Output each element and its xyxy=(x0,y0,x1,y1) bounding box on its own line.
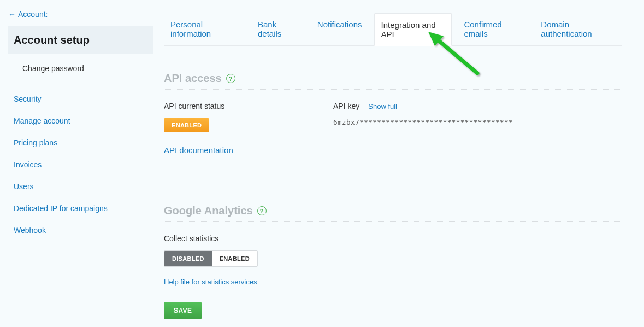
save-button[interactable]: SAVE xyxy=(164,302,202,319)
sidebar-label: Account setup xyxy=(14,34,90,46)
sidebar-label: Security xyxy=(14,95,42,103)
help-icon[interactable]: ? xyxy=(257,206,267,215)
sidebar-label: Manage account xyxy=(14,116,70,125)
sidebar-item-account-setup[interactable]: Account setup xyxy=(8,26,153,54)
api-key-value: 6mzbx7**********************************… xyxy=(333,118,622,126)
sidebar-item-manage-account[interactable]: Manage account xyxy=(8,110,153,132)
google-analytics-section: Google Analytics ? Collect statistics DI… xyxy=(164,205,622,319)
sidebar-label: Dedicated IP for campaigns xyxy=(14,204,108,213)
sidebar-label: Users xyxy=(14,182,34,191)
sidebar-label: Pricing plans xyxy=(14,138,57,147)
api-status-label: API current status xyxy=(164,102,333,110)
toggle-enabled-button[interactable]: ENABLED xyxy=(212,251,257,266)
back-label: Account: xyxy=(18,10,48,19)
tab-label: Personal information xyxy=(170,20,211,38)
api-key-label: API key xyxy=(333,102,359,110)
sidebar-label: Webhook xyxy=(14,226,46,235)
sidebar-item-webhook[interactable]: Webhook xyxy=(8,219,153,241)
sidebar-item-dedicated-ip[interactable]: Dedicated IP for campaigns xyxy=(8,197,153,219)
stats-help-link[interactable]: Help file for statistics services xyxy=(164,278,257,286)
settings-tabs: Personal information Bank details Notifi… xyxy=(164,13,622,46)
tab-confirmed-emails[interactable]: Confirmed emails xyxy=(457,13,529,45)
sidebar-item-pricing-plans[interactable]: Pricing plans xyxy=(8,132,153,154)
sidebar-label: Invoices xyxy=(14,160,42,169)
toggle-disabled-button[interactable]: DISABLED xyxy=(164,251,212,266)
tab-notifications[interactable]: Notifications xyxy=(311,13,369,45)
api-documentation-link[interactable]: API documentation xyxy=(164,145,233,155)
api-status-badge: ENABLED xyxy=(164,118,209,132)
help-icon[interactable]: ? xyxy=(226,74,235,83)
sidebar-item-security[interactable]: Security xyxy=(8,88,153,110)
ga-title: Google Analytics xyxy=(164,205,253,217)
tab-label: Notifications xyxy=(317,20,362,29)
api-access-section: API access ? API current status ENABLED … xyxy=(164,72,622,155)
collect-stats-label: Collect statistics xyxy=(164,234,622,243)
sidebar-item-users[interactable]: Users xyxy=(8,176,153,197)
tab-label: Bank details xyxy=(258,20,281,38)
tab-personal-information[interactable]: Personal information xyxy=(164,13,246,45)
sidebar-label: Change password xyxy=(22,64,84,73)
api-access-title: API access xyxy=(164,72,222,85)
tab-label: Confirmed emails xyxy=(464,20,501,38)
sidebar-item-invoices[interactable]: Invoices xyxy=(8,154,153,176)
tab-domain-authentication[interactable]: Domain authentication xyxy=(534,13,622,45)
tab-label: Integration and API xyxy=(381,20,436,39)
tab-integration-api[interactable]: Integration and API xyxy=(374,13,452,46)
sidebar-item-change-password[interactable]: Change password xyxy=(8,56,153,80)
tab-label: Domain authentication xyxy=(541,20,592,38)
back-to-account-link[interactable]: ← Account: xyxy=(8,10,153,19)
collect-stats-toggle: DISABLED ENABLED xyxy=(164,250,258,267)
show-full-link[interactable]: Show full xyxy=(368,102,397,110)
tab-bank-details[interactable]: Bank details xyxy=(251,13,305,45)
arrow-left-icon: ← xyxy=(8,10,16,19)
